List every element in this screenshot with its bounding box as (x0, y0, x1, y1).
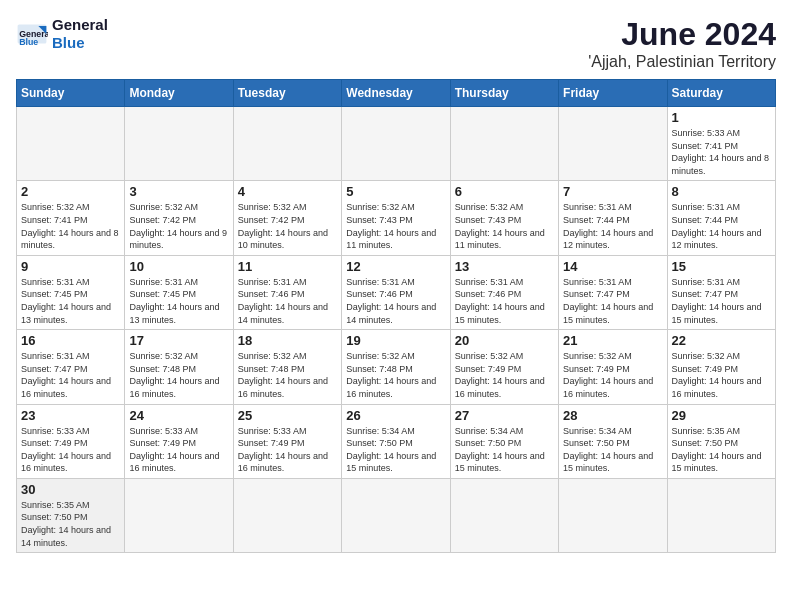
day-number: 25 (238, 408, 337, 423)
calendar-day-cell: 17Sunrise: 5:32 AMSunset: 7:48 PMDayligh… (125, 330, 233, 404)
day-info: Sunrise: 5:32 AMSunset: 7:48 PMDaylight:… (346, 350, 445, 400)
calendar-week-row: 9Sunrise: 5:31 AMSunset: 7:45 PMDaylight… (17, 255, 776, 329)
day-info: Sunrise: 5:31 AMSunset: 7:47 PMDaylight:… (21, 350, 120, 400)
calendar-day-cell: 7Sunrise: 5:31 AMSunset: 7:44 PMDaylight… (559, 181, 667, 255)
day-info: Sunrise: 5:31 AMSunset: 7:45 PMDaylight:… (21, 276, 120, 326)
day-info: Sunrise: 5:31 AMSunset: 7:47 PMDaylight:… (672, 276, 771, 326)
day-info: Sunrise: 5:32 AMSunset: 7:42 PMDaylight:… (129, 201, 228, 251)
logo: General Blue General Blue (16, 16, 108, 52)
day-info: Sunrise: 5:32 AMSunset: 7:49 PMDaylight:… (563, 350, 662, 400)
title-block: June 2024 'Ajjah, Palestinian Territory (588, 16, 776, 71)
calendar-day-cell: 9Sunrise: 5:31 AMSunset: 7:45 PMDaylight… (17, 255, 125, 329)
day-info: Sunrise: 5:31 AMSunset: 7:46 PMDaylight:… (455, 276, 554, 326)
day-number: 3 (129, 184, 228, 199)
day-number: 28 (563, 408, 662, 423)
calendar-day-cell: 24Sunrise: 5:33 AMSunset: 7:49 PMDayligh… (125, 404, 233, 478)
calendar-day-cell: 5Sunrise: 5:32 AMSunset: 7:43 PMDaylight… (342, 181, 450, 255)
day-info: Sunrise: 5:33 AMSunset: 7:49 PMDaylight:… (129, 425, 228, 475)
day-info: Sunrise: 5:31 AMSunset: 7:45 PMDaylight:… (129, 276, 228, 326)
day-info: Sunrise: 5:35 AMSunset: 7:50 PMDaylight:… (672, 425, 771, 475)
day-info: Sunrise: 5:31 AMSunset: 7:47 PMDaylight:… (563, 276, 662, 326)
day-number: 11 (238, 259, 337, 274)
calendar-day-cell: 19Sunrise: 5:32 AMSunset: 7:48 PMDayligh… (342, 330, 450, 404)
calendar-day-cell: 1Sunrise: 5:33 AMSunset: 7:41 PMDaylight… (667, 107, 775, 181)
calendar-day-cell (450, 478, 558, 552)
calendar-week-row: 23Sunrise: 5:33 AMSunset: 7:49 PMDayligh… (17, 404, 776, 478)
page-header: General Blue General Blue June 2024 'Ajj… (16, 16, 776, 71)
day-info: Sunrise: 5:31 AMSunset: 7:46 PMDaylight:… (238, 276, 337, 326)
calendar-day-cell: 21Sunrise: 5:32 AMSunset: 7:49 PMDayligh… (559, 330, 667, 404)
day-info: Sunrise: 5:32 AMSunset: 7:43 PMDaylight:… (346, 201, 445, 251)
calendar-day-cell (450, 107, 558, 181)
calendar-week-row: 2Sunrise: 5:32 AMSunset: 7:41 PMDaylight… (17, 181, 776, 255)
day-number: 27 (455, 408, 554, 423)
day-number: 15 (672, 259, 771, 274)
weekday-header: Friday (559, 80, 667, 107)
day-info: Sunrise: 5:32 AMSunset: 7:43 PMDaylight:… (455, 201, 554, 251)
weekday-header: Monday (125, 80, 233, 107)
weekday-header: Wednesday (342, 80, 450, 107)
day-number: 20 (455, 333, 554, 348)
day-number: 21 (563, 333, 662, 348)
day-number: 6 (455, 184, 554, 199)
calendar-week-row: 1Sunrise: 5:33 AMSunset: 7:41 PMDaylight… (17, 107, 776, 181)
calendar-day-cell (667, 478, 775, 552)
calendar-day-cell (125, 478, 233, 552)
calendar-day-cell: 27Sunrise: 5:34 AMSunset: 7:50 PMDayligh… (450, 404, 558, 478)
day-info: Sunrise: 5:32 AMSunset: 7:48 PMDaylight:… (129, 350, 228, 400)
calendar-day-cell (125, 107, 233, 181)
day-number: 14 (563, 259, 662, 274)
calendar-day-cell: 14Sunrise: 5:31 AMSunset: 7:47 PMDayligh… (559, 255, 667, 329)
day-number: 18 (238, 333, 337, 348)
day-number: 1 (672, 110, 771, 125)
calendar-day-cell: 23Sunrise: 5:33 AMSunset: 7:49 PMDayligh… (17, 404, 125, 478)
day-number: 12 (346, 259, 445, 274)
day-number: 8 (672, 184, 771, 199)
calendar-day-cell (559, 107, 667, 181)
calendar-table: SundayMondayTuesdayWednesdayThursdayFrid… (16, 79, 776, 553)
weekday-header: Sunday (17, 80, 125, 107)
calendar-day-cell (342, 107, 450, 181)
calendar-day-cell: 10Sunrise: 5:31 AMSunset: 7:45 PMDayligh… (125, 255, 233, 329)
calendar-day-cell: 22Sunrise: 5:32 AMSunset: 7:49 PMDayligh… (667, 330, 775, 404)
weekday-header: Saturday (667, 80, 775, 107)
day-number: 16 (21, 333, 120, 348)
day-number: 30 (21, 482, 120, 497)
svg-text:Blue: Blue (19, 37, 38, 47)
day-number: 4 (238, 184, 337, 199)
calendar-day-cell: 18Sunrise: 5:32 AMSunset: 7:48 PMDayligh… (233, 330, 341, 404)
day-number: 17 (129, 333, 228, 348)
calendar-week-row: 16Sunrise: 5:31 AMSunset: 7:47 PMDayligh… (17, 330, 776, 404)
calendar-week-row: 30Sunrise: 5:35 AMSunset: 7:50 PMDayligh… (17, 478, 776, 552)
logo-blue-text: Blue (52, 34, 108, 52)
calendar-day-cell: 3Sunrise: 5:32 AMSunset: 7:42 PMDaylight… (125, 181, 233, 255)
weekday-header-row: SundayMondayTuesdayWednesdayThursdayFrid… (17, 80, 776, 107)
day-number: 13 (455, 259, 554, 274)
day-info: Sunrise: 5:32 AMSunset: 7:41 PMDaylight:… (21, 201, 120, 251)
month-title: June 2024 (588, 16, 776, 53)
calendar-day-cell: 13Sunrise: 5:31 AMSunset: 7:46 PMDayligh… (450, 255, 558, 329)
day-info: Sunrise: 5:32 AMSunset: 7:49 PMDaylight:… (455, 350, 554, 400)
day-number: 22 (672, 333, 771, 348)
day-info: Sunrise: 5:34 AMSunset: 7:50 PMDaylight:… (563, 425, 662, 475)
day-info: Sunrise: 5:34 AMSunset: 7:50 PMDaylight:… (346, 425, 445, 475)
calendar-day-cell: 26Sunrise: 5:34 AMSunset: 7:50 PMDayligh… (342, 404, 450, 478)
day-number: 7 (563, 184, 662, 199)
day-info: Sunrise: 5:32 AMSunset: 7:48 PMDaylight:… (238, 350, 337, 400)
calendar-day-cell: 30Sunrise: 5:35 AMSunset: 7:50 PMDayligh… (17, 478, 125, 552)
day-number: 5 (346, 184, 445, 199)
day-number: 9 (21, 259, 120, 274)
day-info: Sunrise: 5:31 AMSunset: 7:44 PMDaylight:… (563, 201, 662, 251)
day-info: Sunrise: 5:31 AMSunset: 7:44 PMDaylight:… (672, 201, 771, 251)
day-info: Sunrise: 5:35 AMSunset: 7:50 PMDaylight:… (21, 499, 120, 549)
calendar-day-cell (233, 107, 341, 181)
day-number: 19 (346, 333, 445, 348)
calendar-day-cell (17, 107, 125, 181)
calendar-day-cell: 11Sunrise: 5:31 AMSunset: 7:46 PMDayligh… (233, 255, 341, 329)
day-number: 24 (129, 408, 228, 423)
calendar-day-cell: 29Sunrise: 5:35 AMSunset: 7:50 PMDayligh… (667, 404, 775, 478)
day-info: Sunrise: 5:33 AMSunset: 7:49 PMDaylight:… (21, 425, 120, 475)
calendar-day-cell (342, 478, 450, 552)
calendar-day-cell (233, 478, 341, 552)
calendar-day-cell: 4Sunrise: 5:32 AMSunset: 7:42 PMDaylight… (233, 181, 341, 255)
